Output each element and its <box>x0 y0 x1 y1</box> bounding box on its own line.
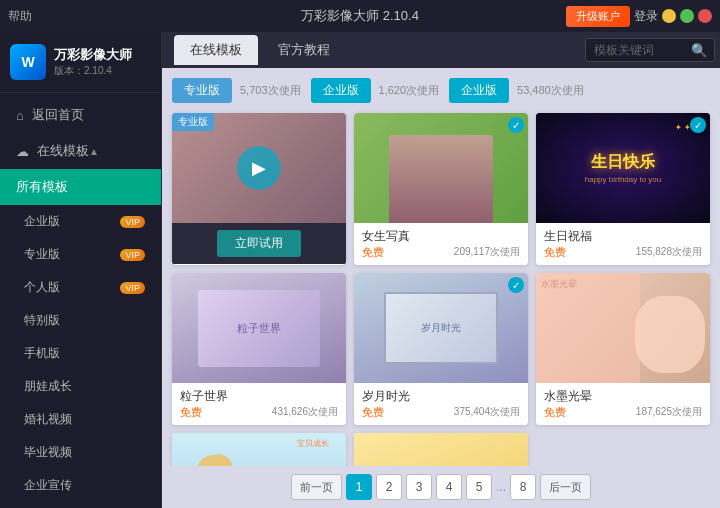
template-card-8[interactable]: 青春纪念册 ▪ ▪ ▪ ▪ ▪ ▪ ▪ ▪ 青春纪念册 <box>354 433 528 466</box>
template-card-3[interactable]: 生日快乐 happy birthday to you ✦ ✦ ✦ ✓ 生日祝福 … <box>536 113 710 265</box>
page-dots: ... <box>496 480 506 494</box>
card-info-6: 水墨光晕 免费 187,625次使用 <box>536 383 710 425</box>
card-free-3: 免费 <box>544 245 566 260</box>
card-meta-5: 免费 375,404次使用 <box>362 405 520 420</box>
cards-row-1: ▶ 专业版 立即试用 <box>172 113 710 265</box>
page-button-2[interactable]: 2 <box>376 474 402 500</box>
login-button[interactable]: 登录 <box>634 8 658 25</box>
page-button-4[interactable]: 4 <box>436 474 462 500</box>
category-row: 专业版 5,703次使用 企业版 1,620次使用 企业版 53,480次使用 <box>172 78 710 103</box>
sidebar-item-企业宣传[interactable]: 企业宣传 <box>0 469 161 502</box>
card-count-6: 187,625次使用 <box>636 405 702 420</box>
template-card-2[interactable]: ✓ 女生写真 免费 209,117次使用 <box>354 113 528 265</box>
template-card-5[interactable]: 岁月时光 ✓ 岁月时光 免费 375,404次使用 <box>354 273 528 425</box>
card-meta-4: 免费 431,626次使用 <box>180 405 338 420</box>
tab-online-templates[interactable]: 在线模板 <box>174 35 258 65</box>
sidebar-item-个人版[interactable]: 个人版VIP <box>0 271 161 304</box>
sidebar-item-毕业视频[interactable]: 毕业视频 <box>0 436 161 469</box>
cards-row-2: 粒子世界 粒子世界 免费 431,626次使用 <box>172 273 710 425</box>
cat-badge-enterprise1[interactable]: 企业版 <box>311 78 371 103</box>
card-count-2: 209,117次使用 <box>454 245 520 260</box>
logo-area: W 万彩影像大师 版本：2.10.4 <box>0 32 161 93</box>
sidebar-item-专业版[interactable]: 专业版VIP <box>0 238 161 271</box>
sidebar-online-label: 在线模板 <box>37 142 89 160</box>
vip-badge: VIP <box>120 249 145 261</box>
sidebar-item-all-templates[interactable]: 所有模板 <box>0 169 161 205</box>
card-info-4: 粒子世界 免费 431,626次使用 <box>172 383 346 425</box>
card-title-4: 粒子世界 <box>180 388 338 405</box>
all-templates-label: 所有模板 <box>16 178 68 196</box>
cat-count-professional: 5,703次使用 <box>240 83 301 98</box>
template-grid: 专业版 5,703次使用 企业版 1,620次使用 企业版 53,480次使用 <box>162 68 720 466</box>
search-button[interactable]: 🔍 <box>691 43 708 58</box>
card-title-6: 水墨光晕 <box>544 388 702 405</box>
page-button-1[interactable]: 1 <box>346 474 372 500</box>
sidebar-item-旅行相册[interactable]: 旅行相册 <box>0 502 161 508</box>
sidebar-item-label: 个人版 <box>24 279 60 296</box>
category-badge: 专业版 5,703次使用 <box>172 78 301 103</box>
sidebar-item-label: 特别版 <box>24 312 60 329</box>
tab-tutorials[interactable]: 官方教程 <box>262 35 346 65</box>
logo-text: 万彩影像大师 版本：2.10.4 <box>54 46 132 78</box>
sidebar-item-企业版[interactable]: 企业版VIP <box>0 205 161 238</box>
try-button[interactable]: 立即试用 <box>217 230 301 257</box>
template-card-4[interactable]: 粒子世界 粒子世界 免费 431,626次使用 <box>172 273 346 425</box>
template-card-7[interactable]: 宝贝成长 <box>172 433 346 466</box>
category-badge-enterprise: 企业版 1,620次使用 <box>311 78 440 103</box>
card-check-2: ✓ <box>508 117 524 133</box>
pagination: 前一页 1 2 3 4 5 ... 8 后一页 <box>162 466 720 508</box>
template-card-1[interactable]: ▶ 专业版 立即试用 <box>172 113 346 265</box>
sidebar-item-手机版[interactable]: 手机版 <box>0 337 161 370</box>
menu-help[interactable]: 帮助 <box>8 8 32 25</box>
close-button[interactable]: × <box>698 9 712 23</box>
card-meta-6: 免费 187,625次使用 <box>544 405 702 420</box>
sidebar-item-特别版[interactable]: 特别版 <box>0 304 161 337</box>
prev-page-button[interactable]: 前一页 <box>291 474 342 500</box>
sidebar-subitems: 企业版VIP专业版VIP个人版VIP特别版手机版朋娃成长婚礼视频毕业视频企业宣传… <box>0 205 161 508</box>
vip-badge: VIP <box>120 282 145 294</box>
maximize-button[interactable]: □ <box>680 9 694 23</box>
card-info-2: 女生写真 免费 209,117次使用 <box>354 223 528 265</box>
app-logo-icon: W <box>10 44 46 80</box>
collapse-icon: ▲ <box>89 146 99 157</box>
card-info-3: 生日祝福 免费 155,828次使用 <box>536 223 710 265</box>
card-title-3: 生日祝福 <box>544 228 702 245</box>
cat-count-enterprise1: 1,620次使用 <box>379 83 440 98</box>
sidebar-item-label: 企业版 <box>24 213 60 230</box>
sidebar-item-婚礼视频[interactable]: 婚礼视频 <box>0 403 161 436</box>
app-title: 万彩影像大师 2.10.4 <box>301 7 419 25</box>
professional-badge: 专业版 <box>172 113 214 131</box>
cards-row-3: 宝贝成长 青春纪念册 <box>172 433 710 466</box>
cat-badge-professional[interactable]: 专业版 <box>172 78 232 103</box>
title-bar-left: 帮助 <box>8 8 32 25</box>
next-page-button[interactable]: 后一页 <box>540 474 591 500</box>
page-button-3[interactable]: 3 <box>406 474 432 500</box>
sidebar-item-label: 婚礼视频 <box>24 411 72 428</box>
page-button-5[interactable]: 5 <box>466 474 492 500</box>
card-meta-2: 免费 209,117次使用 <box>362 245 520 260</box>
page-button-8[interactable]: 8 <box>510 474 536 500</box>
card-info-5: 岁月时光 免费 375,404次使用 <box>354 383 528 425</box>
sidebar-item-朋娃成长[interactable]: 朋娃成长 <box>0 370 161 403</box>
sidebar-item-label: 企业宣传 <box>24 477 72 494</box>
card-check-3: ✓ <box>690 117 706 133</box>
sidebar-item-online-templates[interactable]: ☁ 在线模板 ▲ <box>0 133 161 169</box>
card-free-5: 免费 <box>362 405 384 420</box>
logo-name: 万彩影像大师 <box>54 46 132 64</box>
vip-badge: VIP <box>120 216 145 228</box>
minimize-button[interactable]: — <box>662 9 676 23</box>
sidebar-item-home[interactable]: ⌂ 返回首页 <box>0 97 161 133</box>
category-badge-enterprise2: 企业版 53,480次使用 <box>449 78 584 103</box>
card-free-6: 免费 <box>544 405 566 420</box>
card-meta-3: 免费 155,828次使用 <box>544 245 702 260</box>
upgrade-button[interactable]: 升级账户 <box>566 6 630 27</box>
sidebar-home-label: 返回首页 <box>32 106 84 124</box>
card-title-2: 女生写真 <box>362 228 520 245</box>
title-bar: 帮助 万彩影像大师 2.10.4 升级账户 登录 — □ × <box>0 0 720 32</box>
cat-badge-enterprise2[interactable]: 企业版 <box>449 78 509 103</box>
main-area: W 万彩影像大师 版本：2.10.4 ⌂ 返回首页 ☁ 在线模板 ▲ <box>0 32 720 508</box>
template-card-6[interactable]: 水墨光晕 水墨光晕 免费 187,625次使用 <box>536 273 710 425</box>
card-count-3: 155,828次使用 <box>636 245 702 260</box>
card-count-5: 375,404次使用 <box>454 405 520 420</box>
card-count-4: 431,626次使用 <box>272 405 338 420</box>
